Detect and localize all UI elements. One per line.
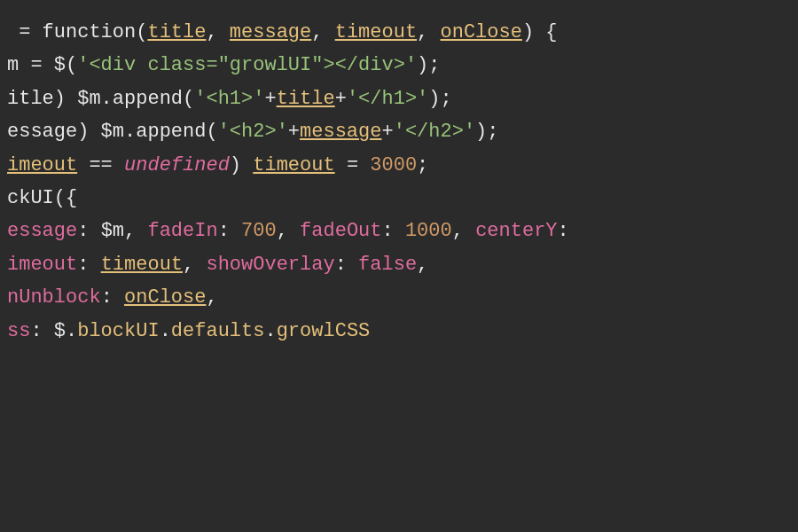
code-line-4: essage) $m.append('<h2>'+message+'</h2>'… — [0, 115, 789, 148]
code-line-6: ckUI({ — [0, 182, 789, 215]
code-line-2: m = $('<div class="growlUI"></div>'); — [0, 49, 789, 82]
code-line-7: essage: $m, fadeIn: 700, fadeOut: 1000, … — [0, 215, 789, 247]
code-line-8: imeout: timeout, showOverlay: false, — [0, 248, 789, 281]
code-lines: = function(title, message, timeout, onCl… — [0, 16, 789, 348]
code-line-3: itle) $m.append('<h1>'+title+'</h1>'); — [0, 82, 789, 115]
code-line-1: = function(title, message, timeout, onCl… — [0, 16, 789, 49]
code-line-10: ss: $.blockUI.defaults.growlCSS — [0, 315, 789, 348]
code-editor: = function(title, message, timeout, onCl… — [0, 0, 798, 532]
code-line-5: imeout == undefined) timeout = 3000; — [0, 149, 789, 182]
code-line-9: nUnblock: onClose, — [0, 281, 789, 314]
